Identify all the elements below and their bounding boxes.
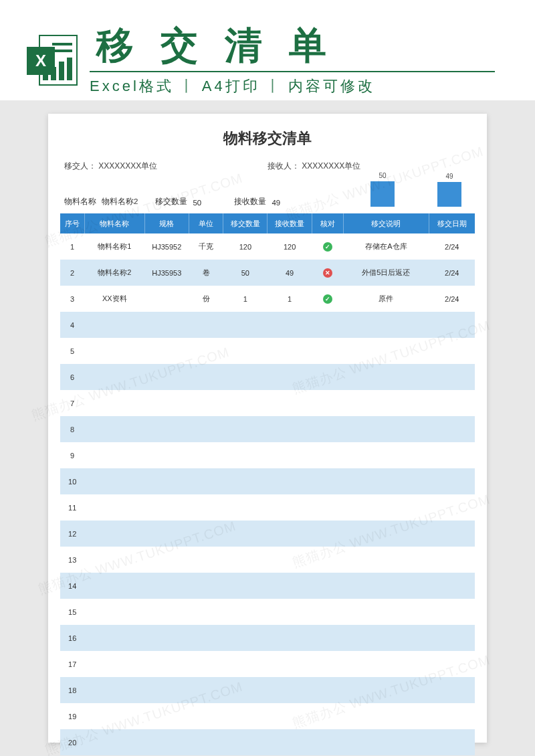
table-cell — [343, 442, 429, 468]
table-cell: 12 — [60, 521, 84, 547]
table-cell: 9 — [60, 442, 84, 468]
table-cell — [189, 338, 223, 364]
table-cell: 1 — [223, 286, 268, 312]
table-cell: 19 — [60, 703, 84, 729]
table-cell — [223, 573, 268, 599]
table-cell — [144, 651, 189, 677]
table-cell: 4 — [60, 312, 84, 338]
table-cell — [223, 677, 268, 703]
check-ok-icon: ✓ — [323, 242, 332, 252]
table-cell: XX资料 — [84, 286, 144, 312]
handover-label: 移交人： — [64, 161, 96, 171]
table-cell — [223, 468, 268, 494]
table-row: 11 — [60, 494, 475, 521]
table-cell — [429, 521, 475, 547]
table-cell: 5 — [60, 338, 84, 364]
table-cell — [312, 442, 343, 468]
table-cell — [144, 573, 189, 599]
table-cell — [84, 703, 144, 729]
table-cell — [84, 468, 144, 494]
summary-out-label: 移交数量 — [155, 197, 187, 207]
table-cell — [343, 521, 429, 547]
table-header-row: 序号物料名称规格单位移交数量接收数量核对移交说明移交日期 — [60, 213, 475, 233]
table-header-cell: 移交日期 — [429, 213, 475, 233]
table-cell — [223, 625, 268, 651]
table-cell — [84, 729, 144, 755]
summary-bar-chart: 50 49 — [370, 179, 475, 207]
table-cell — [223, 651, 268, 677]
table-cell — [268, 599, 312, 625]
table-cell — [312, 364, 343, 390]
table-cell: ✓ — [312, 286, 343, 312]
table-cell: 120 — [268, 233, 312, 260]
summary-row: 物料名称 物料名称2 移交数量 50 接收数量 49 50 49 — [60, 179, 475, 213]
sub-a: Excel格式 — [90, 76, 174, 96]
sub-c: 内容可修改 — [288, 76, 375, 96]
table-cell — [144, 547, 189, 573]
table-cell — [429, 364, 475, 390]
table-cell — [223, 338, 268, 364]
table-cell — [144, 442, 189, 468]
table-header-cell: 移交说明 — [343, 213, 429, 233]
table-cell — [223, 312, 268, 338]
table-cell — [343, 651, 429, 677]
table-cell — [84, 338, 144, 364]
table-cell — [268, 573, 312, 599]
table-cell: 原件 — [343, 286, 429, 312]
table-cell — [189, 573, 223, 599]
table-cell — [84, 651, 144, 677]
table-row: 10 — [60, 468, 475, 494]
table-cell — [144, 390, 189, 416]
table-cell — [223, 521, 268, 547]
table-cell — [84, 521, 144, 547]
table-cell — [144, 312, 189, 338]
table-cell: 物料名称2 — [84, 260, 144, 286]
table-row: 18 — [60, 677, 475, 703]
table-cell — [268, 651, 312, 677]
table-cell — [343, 599, 429, 625]
table-cell — [189, 521, 223, 547]
table-cell: HJ35952 — [144, 233, 189, 260]
table-cell — [144, 338, 189, 364]
table-header-cell: 接收数量 — [268, 213, 312, 233]
page-title: 移交清单 — [90, 27, 495, 64]
table-cell — [343, 494, 429, 521]
table-cell: ✕ — [312, 260, 343, 286]
table-header-cell: 序号 — [60, 213, 84, 233]
chart-bar-in: 49 — [437, 182, 461, 207]
table-cell — [312, 703, 343, 729]
table-cell: 7 — [60, 390, 84, 416]
table-cell — [429, 494, 475, 521]
table-cell: 1 — [60, 233, 84, 260]
table-cell: 份 — [189, 286, 223, 312]
table-cell — [84, 494, 144, 521]
table-cell — [223, 494, 268, 521]
table-cell: 11 — [60, 494, 84, 521]
table-cell — [189, 703, 223, 729]
table-cell — [343, 547, 429, 573]
table-cell — [429, 442, 475, 468]
table-cell: 15 — [60, 599, 84, 625]
table-cell — [144, 416, 189, 442]
table-cell — [189, 599, 223, 625]
table-cell — [343, 338, 429, 364]
summary-in-label: 接收数量 — [234, 197, 266, 207]
table-cell — [429, 573, 475, 599]
table-header-cell: 核对 — [312, 213, 343, 233]
table-row: 17 — [60, 651, 475, 677]
table-head: 序号物料名称规格单位移交数量接收数量核对移交说明移交日期 — [60, 213, 475, 233]
table-cell — [429, 312, 475, 338]
table-cell — [189, 625, 223, 651]
table-cell — [189, 677, 223, 703]
table-cell: 17 — [60, 651, 84, 677]
table-cell — [144, 468, 189, 494]
table-row: 13 — [60, 547, 475, 573]
table-header-cell: 单位 — [189, 213, 223, 233]
table-cell — [312, 573, 343, 599]
table-cell — [343, 312, 429, 338]
table-cell — [429, 547, 475, 573]
table-cell — [268, 364, 312, 390]
excel-icon: X — [27, 35, 78, 86]
table-cell — [312, 494, 343, 521]
table-cell — [312, 547, 343, 573]
